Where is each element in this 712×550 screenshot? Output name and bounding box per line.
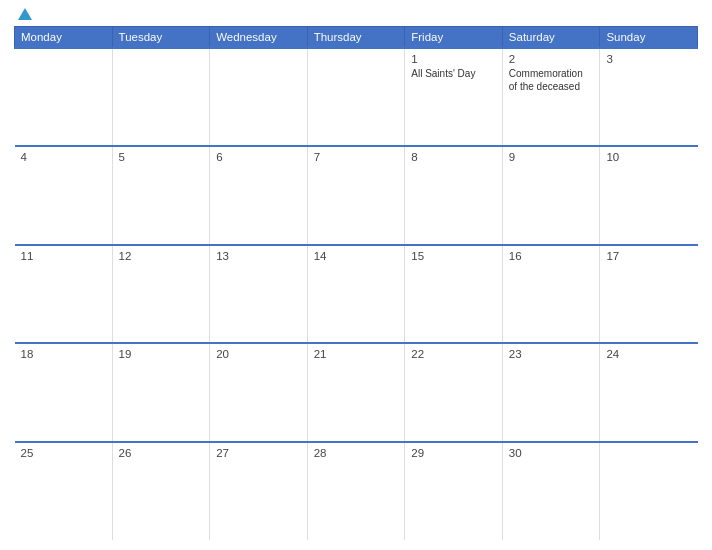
day-number: 9 [509,151,594,163]
calendar-day-cell: 27 [210,442,308,540]
calendar-day-cell: 5 [112,146,210,244]
calendar-day-cell: 19 [112,343,210,441]
calendar-day-cell: 30 [502,442,600,540]
day-number: 29 [411,447,496,459]
calendar-week-row: 1All Saints' Day2Commemoration of the de… [15,48,698,146]
day-number: 8 [411,151,496,163]
day-header-thursday: Thursday [307,27,405,49]
day-number: 16 [509,250,594,262]
calendar-day-cell: 7 [307,146,405,244]
day-number: 13 [216,250,301,262]
day-header-tuesday: Tuesday [112,27,210,49]
calendar-day-cell [307,48,405,146]
calendar-day-cell: 3 [600,48,698,146]
calendar-day-cell: 12 [112,245,210,343]
day-number: 25 [21,447,106,459]
day-header-friday: Friday [405,27,503,49]
calendar-day-cell: 24 [600,343,698,441]
calendar-day-cell: 9 [502,146,600,244]
calendar-day-cell: 6 [210,146,308,244]
day-number: 17 [606,250,691,262]
day-number: 12 [119,250,204,262]
calendar-day-cell: 8 [405,146,503,244]
calendar-week-row: 18192021222324 [15,343,698,441]
day-number: 4 [21,151,106,163]
calendar-table: MondayTuesdayWednesdayThursdayFridaySatu… [14,26,698,540]
day-header-saturday: Saturday [502,27,600,49]
calendar-day-cell [210,48,308,146]
day-number: 2 [509,53,594,65]
day-number: 30 [509,447,594,459]
day-number: 21 [314,348,399,360]
day-number: 6 [216,151,301,163]
day-number: 28 [314,447,399,459]
calendar-day-cell: 10 [600,146,698,244]
day-number: 19 [119,348,204,360]
day-number: 3 [606,53,691,65]
calendar-day-cell: 18 [15,343,113,441]
day-number: 23 [509,348,594,360]
day-number: 20 [216,348,301,360]
calendar-day-cell: 22 [405,343,503,441]
day-number: 26 [119,447,204,459]
day-header-wednesday: Wednesday [210,27,308,49]
calendar-day-cell: 25 [15,442,113,540]
calendar-day-cell: 14 [307,245,405,343]
day-number: 15 [411,250,496,262]
page: MondayTuesdayWednesdayThursdayFridaySatu… [0,0,712,550]
calendar-week-row: 11121314151617 [15,245,698,343]
logo-triangle-icon [18,8,32,20]
day-number: 1 [411,53,496,65]
day-number: 14 [314,250,399,262]
calendar-day-cell: 28 [307,442,405,540]
calendar-day-cell [600,442,698,540]
calendar-day-cell: 15 [405,245,503,343]
day-number: 7 [314,151,399,163]
header [14,10,698,20]
day-header-monday: Monday [15,27,113,49]
day-number: 24 [606,348,691,360]
calendar-day-cell: 11 [15,245,113,343]
day-number: 18 [21,348,106,360]
calendar-day-cell: 23 [502,343,600,441]
event-label: All Saints' Day [411,68,475,79]
logo [14,10,32,20]
day-number: 5 [119,151,204,163]
calendar-day-cell: 29 [405,442,503,540]
calendar-day-cell [112,48,210,146]
day-header-sunday: Sunday [600,27,698,49]
calendar-day-cell: 2Commemoration of the deceased [502,48,600,146]
calendar-week-row: 45678910 [15,146,698,244]
calendar-day-cell: 4 [15,146,113,244]
calendar-day-cell: 13 [210,245,308,343]
calendar-day-cell [15,48,113,146]
event-label: Commemoration of the deceased [509,68,583,92]
calendar-week-row: 252627282930 [15,442,698,540]
calendar-day-cell: 21 [307,343,405,441]
calendar-day-cell: 20 [210,343,308,441]
calendar-day-cell: 1All Saints' Day [405,48,503,146]
calendar-day-cell: 26 [112,442,210,540]
calendar-day-cell: 17 [600,245,698,343]
day-number: 27 [216,447,301,459]
day-number: 10 [606,151,691,163]
day-number: 22 [411,348,496,360]
calendar-day-cell: 16 [502,245,600,343]
calendar-header-row: MondayTuesdayWednesdayThursdayFridaySatu… [15,27,698,49]
day-number: 11 [21,250,106,262]
